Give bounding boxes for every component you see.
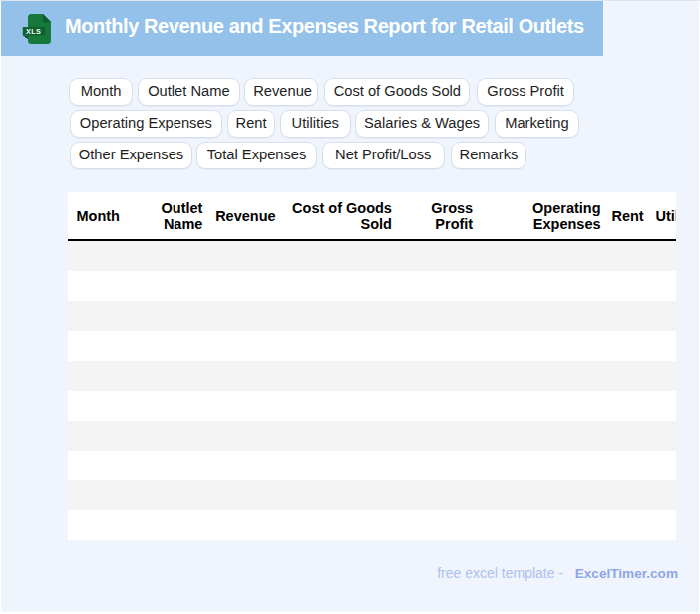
svg-text:XLS: XLS (26, 27, 41, 36)
